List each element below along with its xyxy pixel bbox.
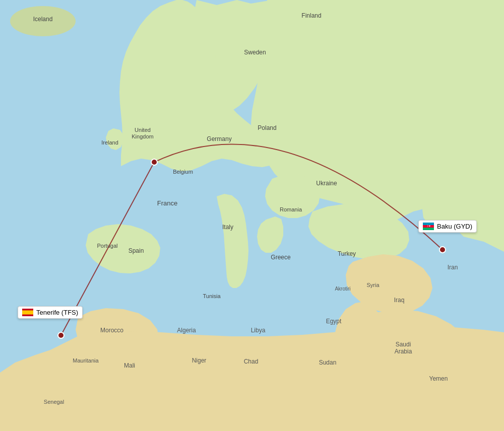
algeria-label: Algeria <box>177 327 196 334</box>
baku-label-text: Baku (GYD) <box>437 223 472 230</box>
tunisia-label: Tunisia <box>203 293 221 299</box>
spain-flag-icon <box>22 309 33 316</box>
chad-label: Chad <box>244 358 259 365</box>
tenerife-airport-label: Tenerife (TFS) <box>18 306 83 319</box>
saudi-label2: Arabia <box>395 348 412 355</box>
uk-label: United <box>135 127 151 133</box>
baku-airport-label: ☽✦ Baku (GYD) <box>418 220 477 233</box>
mali-label: Mali <box>124 362 135 369</box>
sweden-label: Sweden <box>244 49 266 56</box>
map-container: Iceland Finland Sweden United Kingdom Ir… <box>0 0 504 431</box>
turkey-label: Turkey <box>338 250 356 257</box>
map-svg: Iceland Finland Sweden United Kingdom Ir… <box>0 0 504 431</box>
sudan-label: Sudan <box>319 359 337 366</box>
svg-rect-4 <box>22 311 33 315</box>
svg-rect-7 <box>423 228 434 230</box>
iran-label: Iran <box>448 264 458 271</box>
london-airport-dot <box>151 159 157 165</box>
germany-label: Germany <box>207 135 231 142</box>
iceland-label: Iceland <box>33 16 53 23</box>
syria-label: Syria <box>366 282 380 288</box>
senegal-label: Senegal <box>44 399 64 405</box>
saudi-label: Saudi <box>396 341 411 348</box>
libya-label: Libya <box>251 327 266 334</box>
italy-label: Italy <box>222 224 233 231</box>
portugal-label: Portugal <box>97 243 118 249</box>
mauritania-label: Mauritania <box>73 357 99 364</box>
poland-label: Poland <box>258 124 276 131</box>
spain-label: Spain <box>129 247 144 254</box>
ukraine-label: Ukraine <box>316 180 337 187</box>
azerbaijan-flag-icon: ☽✦ <box>423 223 434 230</box>
baku-airport-dot <box>439 247 446 253</box>
yemen-label: Yemen <box>429 375 448 382</box>
niger-label: Niger <box>192 357 207 364</box>
belgium-label: Belgium <box>173 169 193 175</box>
finland-label: Finland <box>301 12 321 19</box>
tenerife-label-text: Tenerife (TFS) <box>36 309 78 316</box>
ireland-label: Ireland <box>101 139 118 146</box>
greece-label: Greece <box>271 254 291 261</box>
egypt-label: Egypt <box>326 318 342 325</box>
morocco-label: Morocco <box>100 327 123 334</box>
france-label: France <box>157 199 177 207</box>
tenerife-airport-dot <box>58 332 64 338</box>
uk-label2: Kingdom <box>132 133 153 139</box>
romania-label: Romania <box>280 206 302 212</box>
akrotiri-label: Akrotiri <box>335 286 350 292</box>
iraq-label: Iraq <box>394 297 405 304</box>
svg-text:☽✦: ☽✦ <box>426 225 431 228</box>
